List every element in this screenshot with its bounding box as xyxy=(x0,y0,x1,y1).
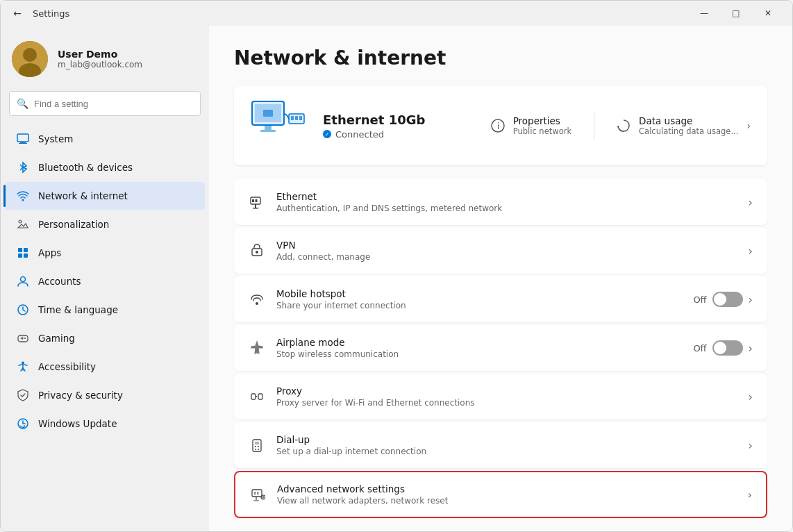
sidebar-item-accounts[interactable]: Accounts xyxy=(5,267,205,295)
sidebar-item-apps[interactable]: Apps xyxy=(5,239,205,267)
dialup-desc: Set up a dial-up internet connection xyxy=(276,447,737,456)
ethernet-text: Ethernet Authentication, IP and DNS sett… xyxy=(276,191,737,213)
setting-vpn[interactable]: VPN Add, connect, manage › xyxy=(234,228,767,274)
main-panel: Network & internet xyxy=(209,26,792,531)
dialup-control: › xyxy=(749,439,753,452)
back-button[interactable]: ← xyxy=(9,5,26,22)
svg-point-35 xyxy=(256,251,258,253)
setting-advanced[interactable]: Advanced network settings View all netwo… xyxy=(234,471,767,518)
setting-dialup[interactable]: Dial-up Set up a dial-up internet connec… xyxy=(234,422,767,468)
settings-list: Ethernet Authentication, IP and DNS sett… xyxy=(234,179,767,518)
bluetooth-icon xyxy=(16,160,30,174)
dialup-text: Dial-up Set up a dial-up internet connec… xyxy=(276,434,737,456)
airplane-toggle-label: Off xyxy=(693,343,706,354)
hotspot-icon xyxy=(249,291,265,308)
sidebar-item-system[interactable]: System xyxy=(5,125,205,153)
window-controls: — □ ✕ xyxy=(688,2,784,24)
airplane-toggle[interactable] xyxy=(712,340,743,356)
hotspot-toggle-label: Off xyxy=(693,294,706,305)
ethernet-desc: Authentication, IP and DNS settings, met… xyxy=(276,203,737,213)
svg-rect-48 xyxy=(256,497,257,500)
svg-rect-49 xyxy=(253,500,259,501)
sidebar-item-label: Time & language xyxy=(38,304,118,315)
hotspot-title: Mobile hotspot xyxy=(276,288,682,299)
time-icon xyxy=(16,303,30,317)
sidebar-item-network[interactable]: Network & internet xyxy=(5,182,205,210)
nav-list: System Bluetooth & devices xyxy=(1,124,209,438)
svg-rect-25 xyxy=(295,116,298,120)
sidebar-item-time[interactable]: Time & language xyxy=(5,296,205,324)
airplane-title: Airplane mode xyxy=(276,337,682,348)
chevron-icon: › xyxy=(749,342,753,355)
sidebar-item-label: Privacy & security xyxy=(38,390,123,401)
maximize-button[interactable]: □ xyxy=(720,2,752,24)
search-input[interactable] xyxy=(34,99,193,109)
setting-airplane[interactable]: Airplane mode Stop wireless communicatio… xyxy=(234,325,767,371)
svg-rect-39 xyxy=(253,440,261,451)
sidebar-item-label: Gaming xyxy=(38,333,75,344)
hero-actions: i Properties Public network xyxy=(491,112,751,140)
search-box[interactable]: 🔍 xyxy=(9,91,201,116)
data-usage-sub: Calculating data usage... xyxy=(639,126,738,136)
vpn-desc: Add, connect, manage xyxy=(276,252,737,262)
sidebar-item-label: Apps xyxy=(38,247,61,258)
personalization-icon xyxy=(16,217,30,231)
connection-name: Ethernet 10Gb xyxy=(323,113,474,127)
accessibility-icon xyxy=(16,360,30,374)
ethernet-icon xyxy=(249,194,265,210)
sidebar-item-bluetooth[interactable]: Bluetooth & devices xyxy=(5,153,205,181)
proxy-icon xyxy=(249,388,265,405)
svg-point-16 xyxy=(22,362,24,365)
hotspot-toggle[interactable] xyxy=(712,292,743,307)
sidebar-item-privacy[interactable]: Privacy & security xyxy=(5,381,205,409)
user-name: User Demo xyxy=(58,49,142,60)
setting-ethernet[interactable]: Ethernet Authentication, IP and DNS sett… xyxy=(234,179,767,225)
svg-point-41 xyxy=(255,446,256,447)
hotspot-control[interactable]: Off › xyxy=(693,292,753,307)
svg-rect-5 xyxy=(19,143,27,144)
svg-rect-20 xyxy=(265,125,272,130)
chevron-icon: › xyxy=(749,390,753,404)
sidebar-item-accessibility[interactable]: Accessibility xyxy=(5,353,205,381)
svg-rect-47 xyxy=(257,492,259,494)
ethernet-title: Ethernet xyxy=(276,191,737,202)
chevron-icon: › xyxy=(749,244,753,258)
avatar[interactable] xyxy=(12,41,48,77)
settings-window: ← Settings — □ ✕ User Demo xyxy=(0,0,793,532)
titlebar: ← Settings — □ ✕ xyxy=(1,1,792,26)
properties-sub: Public network xyxy=(513,126,571,136)
properties-action[interactable]: Properties Public network xyxy=(513,115,571,136)
svg-rect-31 xyxy=(256,199,258,202)
svg-rect-32 xyxy=(255,204,256,208)
data-usage-label: Data usage xyxy=(639,115,738,126)
data-usage-action[interactable]: Data usage Calculating data usage... xyxy=(639,115,738,136)
sidebar-item-update[interactable]: Windows Update xyxy=(5,410,205,438)
sidebar: User Demo m_lab@outlook.com 🔍 xyxy=(1,26,209,531)
update-icon xyxy=(16,417,30,431)
sidebar-item-label: Accounts xyxy=(38,276,81,287)
svg-rect-37 xyxy=(251,394,256,399)
sidebar-item-gaming[interactable]: Gaming xyxy=(5,324,205,352)
main-content: User Demo m_lab@outlook.com 🔍 xyxy=(1,26,792,531)
gaming-icon xyxy=(16,331,30,345)
airplane-control[interactable]: Off › xyxy=(693,340,753,356)
properties-label: Properties xyxy=(513,115,571,126)
svg-point-6 xyxy=(22,199,24,201)
airplane-text: Airplane mode Stop wireless communicatio… xyxy=(276,337,682,359)
ethernet-hero-icon xyxy=(251,100,306,151)
minimize-button[interactable]: — xyxy=(688,2,720,24)
close-button[interactable]: ✕ xyxy=(752,2,784,24)
data-usage-icon xyxy=(617,119,631,133)
network-icon xyxy=(16,189,30,203)
advanced-desc: View all network adapters, network reset xyxy=(277,496,737,506)
window-title: Settings xyxy=(33,8,69,19)
vpn-icon xyxy=(249,242,265,259)
setting-hotspot[interactable]: Mobile hotspot Share your internet conne… xyxy=(234,276,767,322)
vpn-control: › xyxy=(749,244,753,258)
svg-rect-33 xyxy=(253,208,258,209)
svg-rect-46 xyxy=(254,492,256,494)
chevron-icon: › xyxy=(749,293,753,306)
svg-rect-30 xyxy=(252,199,254,202)
setting-proxy[interactable]: Proxy Proxy server for Wi-Fi and Etherne… xyxy=(234,374,767,419)
sidebar-item-personalization[interactable]: Personalization xyxy=(5,210,205,238)
